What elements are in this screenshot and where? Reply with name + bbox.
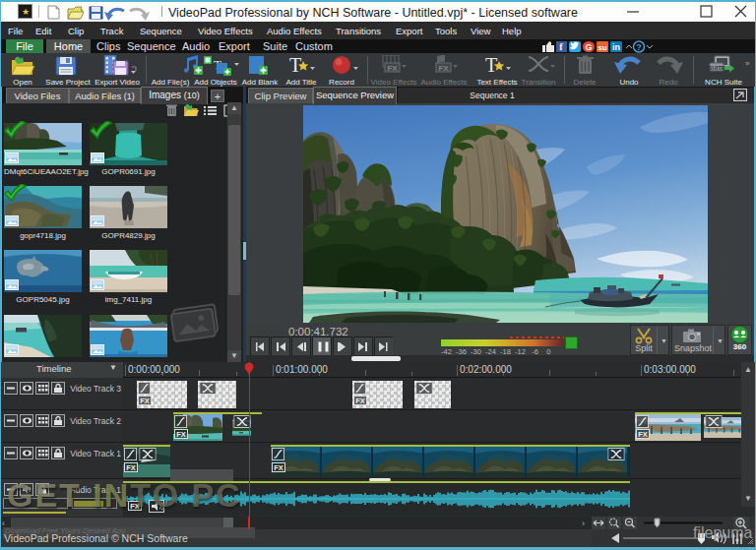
svg-text:FX: FX (438, 64, 449, 73)
svg-text:in: in (612, 42, 620, 52)
svg-text:?: ? (636, 42, 642, 52)
svg-text:FX: FX (387, 64, 398, 73)
svg-text:0:02:00.000: 0:02:00.000 (460, 364, 512, 375)
svg-text:G: G (585, 42, 592, 52)
svg-text:»: » (745, 59, 750, 68)
svg-text:0:03:00.000: 0:03:00.000 (644, 364, 696, 375)
svg-text:su: su (598, 43, 606, 52)
svg-text:0:00:00,000: 0:00:00,000 (128, 364, 180, 375)
svg-text:SUITE: SUITE (708, 65, 725, 71)
svg-text:0:01:00.000: 0:01:00.000 (276, 364, 328, 375)
